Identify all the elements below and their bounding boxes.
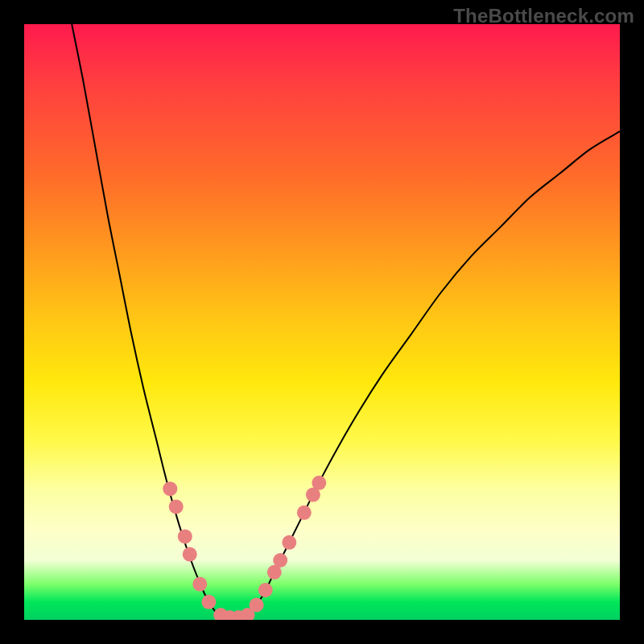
marker-point bbox=[201, 595, 216, 609]
curve-left-branch bbox=[72, 24, 221, 617]
chart-frame: TheBottleneck.com bbox=[0, 0, 644, 644]
curve-layer bbox=[24, 24, 620, 620]
marker-point bbox=[163, 481, 177, 496]
marker-point bbox=[258, 583, 273, 597]
plot-area bbox=[24, 24, 620, 620]
marker-point bbox=[178, 529, 192, 543]
marker-point bbox=[312, 476, 326, 490]
curve-right-branch bbox=[245, 131, 620, 617]
marker-point bbox=[250, 598, 264, 613]
marker-point bbox=[183, 547, 197, 562]
marker-point bbox=[297, 506, 312, 520]
marker-point bbox=[192, 577, 207, 592]
marker-point bbox=[169, 499, 184, 514]
marker-point bbox=[282, 535, 296, 550]
marker-point bbox=[273, 553, 287, 568]
